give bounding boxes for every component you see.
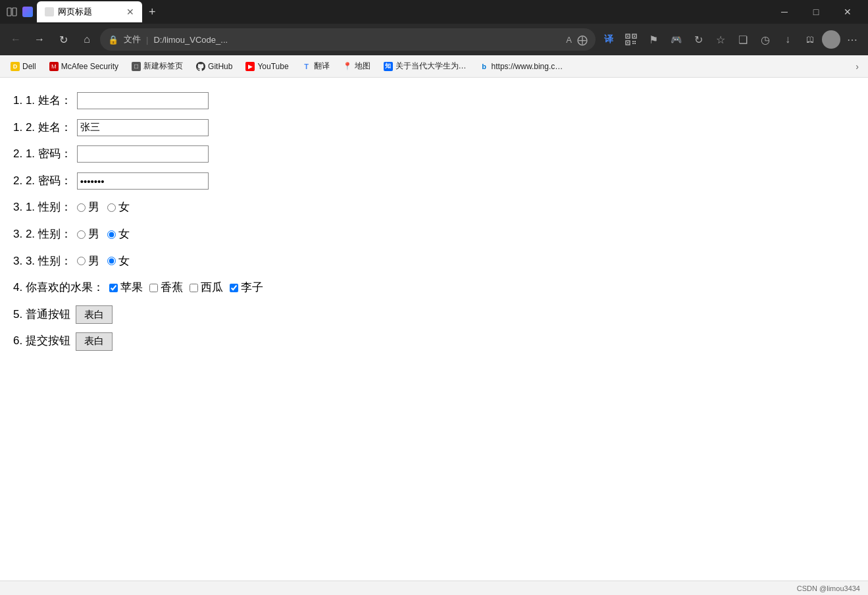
- gender3-male-label: 男: [88, 251, 99, 272]
- titlebar-left: [5, 5, 33, 18]
- github-favicon-icon: [196, 62, 205, 71]
- name1-input[interactable]: [77, 92, 209, 109]
- back-button[interactable]: ←: [5, 29, 26, 50]
- home-button[interactable]: ⌂: [76, 29, 97, 50]
- bookmark-github[interactable]: GitHub: [191, 60, 238, 73]
- bookmark-map-label: 地图: [355, 61, 370, 72]
- gender2-radio-group: 男 女: [77, 224, 130, 245]
- forward-button[interactable]: →: [29, 29, 50, 50]
- tab-title: 网页标题: [58, 6, 92, 18]
- gender2-female-radio[interactable]: [107, 230, 116, 239]
- gender3-male-radio[interactable]: [77, 257, 86, 265]
- fruit-apple-option[interactable]: 苹果: [109, 278, 143, 298]
- bookmark-mcafee[interactable]: M McAfee Security: [44, 60, 124, 73]
- download-icon[interactable]: ↓: [777, 29, 798, 50]
- gender3-label: 3. 3. 性别：: [13, 251, 72, 272]
- bookmark-dell-label: Dell: [22, 62, 36, 71]
- svg-rect-0: [7, 8, 11, 16]
- bookmark-zhihu[interactable]: 知 关于当代大学生为…: [378, 59, 472, 74]
- translate-toolbar-icon[interactable]: 译: [598, 29, 619, 50]
- bookmark-map[interactable]: 📍 地图: [338, 59, 376, 74]
- fruit-apple-checkbox[interactable]: [109, 284, 118, 292]
- gender1-male-label: 男: [88, 197, 99, 218]
- new-tab-button[interactable]: +: [145, 5, 160, 19]
- button2-label: 6. 提交按钮: [13, 331, 70, 351]
- gender3-female-option[interactable]: 女: [107, 251, 130, 272]
- restore-button[interactable]: □: [801, 0, 831, 24]
- immersive-reader-icon[interactable]: 🕮: [800, 29, 821, 50]
- bookmarks-more-button[interactable]: ›: [852, 59, 863, 74]
- fruit-banana-option[interactable]: 香蕉: [149, 278, 183, 298]
- fruit-watermelon-option[interactable]: 西瓜: [190, 278, 223, 298]
- name2-input[interactable]: [77, 119, 209, 136]
- tab-close-button[interactable]: ✕: [126, 7, 134, 17]
- youtube-favicon-icon: ▶: [245, 62, 255, 71]
- active-tab[interactable]: 网页标题 ✕: [37, 1, 142, 22]
- refresh2-icon[interactable]: ↻: [688, 29, 709, 50]
- fruit-plum-checkbox[interactable]: [230, 284, 238, 292]
- bookmark-new-tab[interactable]: □ 新建标签页: [126, 59, 188, 74]
- bookmark-dell[interactable]: D Dell: [5, 60, 41, 73]
- bookmark-zhihu-label: 关于当代大学生为…: [396, 61, 467, 72]
- map-favicon-icon: 📍: [343, 62, 352, 71]
- pwd2-input[interactable]: [77, 172, 209, 190]
- svg-rect-1: [13, 8, 16, 16]
- fruit-watermelon-checkbox[interactable]: [190, 284, 198, 292]
- gender1-male-option[interactable]: 男: [77, 197, 99, 218]
- refresh-button[interactable]: ↻: [53, 29, 74, 50]
- gender1-label: 3. 1. 性别：: [13, 197, 72, 218]
- window-controls: ─ □ ✕: [769, 0, 863, 24]
- normal-button[interactable]: 表白: [76, 305, 113, 324]
- profile-avatar[interactable]: [822, 30, 840, 49]
- bookmark-bing-label: https://www.bing.c…: [492, 62, 563, 71]
- fruit-banana-label: 香蕉: [161, 278, 183, 298]
- gender2-female-label: 女: [118, 224, 130, 245]
- bookmark-translate-label: 翻译: [314, 61, 330, 72]
- bookmark-bing[interactable]: b https://www.bing.c…: [474, 60, 569, 73]
- bookmark-youtube[interactable]: ▶ YouTube: [240, 60, 294, 73]
- gender3-radio-group: 男 女: [77, 251, 130, 272]
- separator: |: [146, 35, 148, 45]
- toolbar-icons: 译 ⚑ 🎮 ↻ ☆ ❏ ◷ ↓ 🕮 ⋯: [598, 29, 863, 50]
- settings-more-icon[interactable]: ⋯: [842, 29, 863, 50]
- pwd1-input[interactable]: [77, 145, 209, 163]
- collections-icon[interactable]: ❏: [732, 29, 753, 50]
- bing-favicon-icon: b: [480, 62, 489, 71]
- history-icon[interactable]: ◷: [755, 29, 776, 50]
- bookmark-github-label: GitHub: [208, 62, 232, 71]
- address-bar[interactable]: 🔒 文件 | D:/limou_VCode_... A ⨁: [100, 28, 596, 51]
- gender1-female-radio[interactable]: [107, 203, 116, 212]
- pwd1-row: 2. 1. 密码：: [13, 144, 855, 165]
- zhihu-favicon-icon: 知: [384, 62, 393, 71]
- bookmark-newtab-label: 新建标签页: [143, 61, 183, 72]
- fruit-label: 4. 你喜欢的水果：: [13, 278, 104, 298]
- gender1-female-option[interactable]: 女: [107, 197, 130, 218]
- newtab-favicon-icon: □: [132, 62, 141, 71]
- mcafee-favicon-icon: M: [49, 62, 59, 71]
- close-button[interactable]: ✕: [832, 0, 863, 24]
- bookmark-translate[interactable]: T 翻译: [297, 59, 335, 74]
- fruit-banana-checkbox[interactable]: [149, 284, 158, 292]
- extensions-icon[interactable]: ⨁: [577, 34, 588, 46]
- fruit-plum-option[interactable]: 李子: [230, 278, 263, 298]
- button2-row: 6. 提交按钮 表白: [13, 331, 855, 351]
- gender3-male-option[interactable]: 男: [77, 251, 99, 272]
- game-icon[interactable]: 🎮: [665, 29, 686, 50]
- gender3-female-radio[interactable]: [107, 257, 116, 265]
- read-mode-icon[interactable]: A: [566, 35, 572, 45]
- flag-icon[interactable]: ⚑: [643, 29, 664, 50]
- qr-code-icon[interactable]: [621, 29, 642, 50]
- gender1-male-radio[interactable]: [77, 203, 86, 212]
- minimize-button[interactable]: ─: [769, 0, 800, 24]
- address-text[interactable]: D:/limou_VCode_...: [153, 35, 561, 45]
- gender2-male-radio[interactable]: [77, 230, 86, 239]
- sidebar-toggle-button[interactable]: [5, 5, 18, 18]
- name1-row: 1. 1. 姓名：: [13, 91, 855, 111]
- button1-label: 5. 普通按钮: [13, 305, 70, 325]
- submit-button[interactable]: 表白: [76, 332, 113, 351]
- gender2-male-option[interactable]: 男: [77, 224, 99, 245]
- favorites-icon[interactable]: ☆: [710, 29, 731, 50]
- gender2-female-option[interactable]: 女: [107, 224, 130, 245]
- bookmark-youtube-label: YouTube: [257, 62, 288, 71]
- svg-rect-6: [634, 36, 635, 37]
